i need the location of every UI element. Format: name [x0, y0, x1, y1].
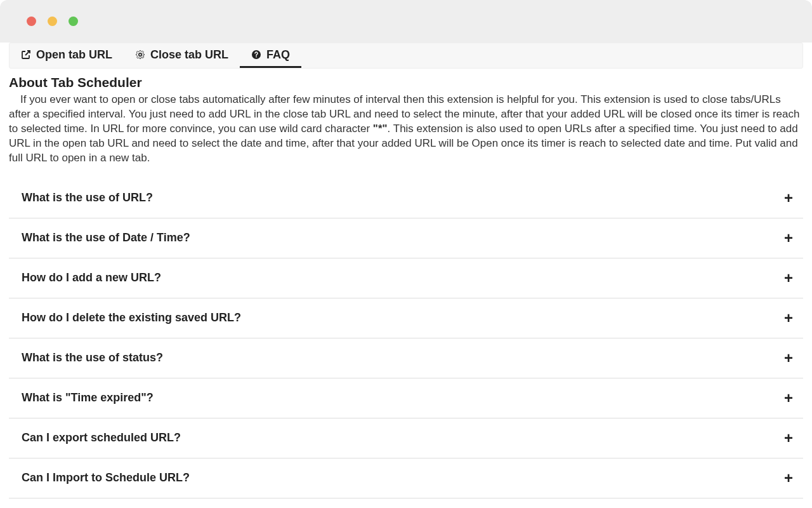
plus-icon: +: [784, 311, 801, 326]
faq-question: Can I Import to Schedule URL?: [22, 471, 190, 485]
faq-item[interactable]: How do I delete the existing saved URL? …: [9, 298, 803, 338]
faq-item[interactable]: What is the use of status? +: [9, 338, 803, 378]
faq-question: What is the use of Date / Time?: [22, 231, 190, 244]
plus-icon: +: [784, 190, 801, 206]
faq-item[interactable]: What is the use of URL? +: [9, 178, 803, 218]
faq-question: What is "Time expired"?: [22, 391, 154, 404]
main-content: About Tab Scheduler If you ever want to …: [0, 69, 812, 498]
faq-question: What is the use of status?: [22, 351, 163, 364]
plus-icon: +: [784, 271, 801, 286]
faq-question: How do I delete the existing saved URL?: [22, 311, 241, 324]
faq-question: How do I add a new URL?: [22, 271, 161, 284]
faq-item[interactable]: What is "Time expired"? +: [9, 378, 803, 418]
tab-open-tab-url[interactable]: Open tab URL: [10, 43, 124, 68]
window-titlebar: [0, 0, 812, 43]
faq-question: What is the use of URL?: [22, 191, 153, 204]
tab-label: Open tab URL: [36, 48, 112, 62]
plus-icon: +: [784, 351, 801, 366]
faq-item[interactable]: What is the use of Date / Time? +: [9, 218, 803, 258]
about-heading: About Tab Scheduler: [9, 75, 803, 90]
window-close-button[interactable]: [27, 17, 36, 26]
tabs-bar: Open tab URL Close tab URL FAQ: [9, 43, 803, 69]
external-link-icon: [21, 50, 31, 60]
question-circle-icon: [251, 50, 261, 60]
tab-label: FAQ: [266, 48, 290, 62]
plus-icon: +: [784, 431, 801, 446]
faq-item[interactable]: How do I add a new URL? +: [9, 258, 803, 298]
tab-faq[interactable]: FAQ: [240, 43, 301, 68]
tab-close-tab-url[interactable]: Close tab URL: [124, 43, 240, 68]
plus-icon: +: [784, 471, 801, 486]
window-minimize-button[interactable]: [48, 17, 57, 26]
faq-accordion: What is the use of URL? + What is the us…: [9, 178, 803, 498]
tab-label: Close tab URL: [150, 48, 228, 62]
faq-item[interactable]: Can I export scheduled URL? +: [9, 418, 803, 458]
faq-question: Can I export scheduled URL?: [22, 431, 181, 444]
svg-point-1: [256, 57, 257, 58]
faq-item[interactable]: Can I Import to Schedule URL? +: [9, 458, 803, 498]
plus-icon: +: [784, 391, 801, 406]
plus-icon: +: [784, 231, 801, 246]
gear-icon: [135, 50, 145, 60]
window-maximize-button[interactable]: [69, 17, 78, 26]
about-description: If you ever want to open or close tabs a…: [9, 93, 803, 166]
